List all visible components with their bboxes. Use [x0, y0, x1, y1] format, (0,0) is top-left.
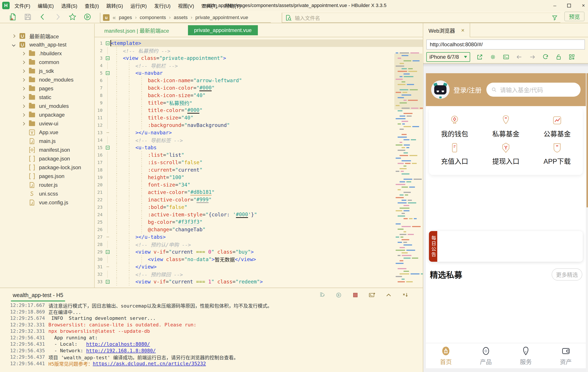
- tree-item-manifest-json[interactable]: manifest.json: [0, 146, 94, 154]
- daily-notice-card[interactable]: 每日公告: [429, 231, 583, 262]
- code-line[interactable]: 2<!-- 私募预约 -->: [95, 47, 423, 54]
- code-line[interactable]: 32<!-- 预约赎回 -->: [95, 271, 423, 278]
- code-area[interactable]: 1<template>2<!-- 私募预约 -->3<view class="p…: [95, 37, 423, 287]
- code-line[interactable]: 12:background="navBackground": [95, 121, 423, 129]
- fold-collapse-icon[interactable]: [105, 248, 110, 256]
- tree-item-app-vue[interactable]: App.vue: [0, 128, 94, 137]
- maximize-button[interactable]: [567, 4, 571, 7]
- menu-item[interactable]: 选择(S): [61, 2, 77, 9]
- fold-collapse-icon[interactable]: [105, 278, 110, 285]
- code-line[interactable]: 29<view v-if="current === 0" class="buy"…: [95, 248, 423, 256]
- quick-entry-fund-chart[interactable]: 公募基金: [532, 114, 583, 138]
- tree-item--ace[interactable]: 最新前端ace: [0, 32, 94, 40]
- code-line[interactable]: 14<!-- 导航标签 -->: [95, 136, 423, 144]
- stop-icon[interactable]: [352, 292, 359, 299]
- breadcrumb-item[interactable]: components: [140, 15, 166, 20]
- tree-item--hbuilderx[interactable]: .hbuilderx: [0, 49, 94, 58]
- phone-tab-product[interactable]: 产品: [466, 343, 506, 368]
- code-line[interactable]: 16:list="list": [95, 151, 423, 159]
- code-line[interactable]: 25bg-color="#f3f3f3": [95, 218, 423, 226]
- device-select[interactable]: iPhone 6/7/8: [426, 52, 470, 62]
- code-line[interactable]: 7back-icon-color="#000": [95, 84, 423, 92]
- refresh-icon[interactable]: [542, 54, 549, 61]
- code-line[interactable]: 9title="私募预约": [95, 99, 423, 107]
- editor-tab-active[interactable]: private_appointment.vue: [188, 25, 258, 35]
- open-in-browser-icon[interactable]: [476, 54, 483, 61]
- breadcrumb-collapse-icon[interactable]: «: [113, 14, 116, 21]
- browser-tab[interactable]: Web浏览器 ×: [423, 23, 470, 37]
- code-line[interactable]: 17:is-scroll="false": [95, 159, 423, 166]
- tree-item-router-js[interactable]: router.js: [0, 181, 94, 189]
- menu-item[interactable]: 发行(U): [154, 2, 171, 9]
- forward-button[interactable]: [53, 13, 62, 21]
- menu-item[interactable]: 文件(F): [14, 2, 30, 9]
- quick-entry-app-download[interactable]: APP下载: [532, 142, 583, 166]
- forward-icon[interactable]: [529, 54, 536, 61]
- back-button[interactable]: [39, 13, 47, 21]
- log-link[interactable]: http://192.168.1.8:8080/: [86, 348, 156, 353]
- code-line[interactable]: 5<u-navbar: [95, 69, 423, 77]
- code-line[interactable]: 21active-color="#d8b181": [95, 188, 423, 196]
- code-line[interactable]: 31</view>: [95, 263, 423, 271]
- tree-item-unpackage[interactable]: unpackage: [0, 110, 94, 119]
- fold-collapse-icon[interactable]: [105, 54, 110, 62]
- code-line[interactable]: 8back-icon-size="40": [95, 92, 423, 99]
- tree-item-uni-modules[interactable]: uni_modules: [0, 102, 94, 110]
- minimap[interactable]: [394, 52, 422, 287]
- breadcrumb-item[interactable]: private_appointment.vue: [195, 15, 248, 20]
- code-line[interactable]: 4<!-- 导航栏 -->: [95, 62, 423, 69]
- log-link[interactable]: https://ask.dcloud.net.cn/article/35232: [93, 361, 206, 366]
- preview-button[interactable]: 预览: [564, 12, 585, 21]
- qrcode-icon[interactable]: [568, 54, 575, 61]
- tree-item-common[interactable]: common: [0, 58, 94, 67]
- tree-item-wealth-app-test[interactable]: wealth_app-test: [0, 40, 94, 49]
- avatar[interactable]: [431, 80, 450, 99]
- save-button[interactable]: [24, 13, 32, 21]
- minimize-button[interactable]: –: [553, 2, 556, 9]
- code-line[interactable]: 22inactive-color="#999": [95, 196, 423, 203]
- settings-icon[interactable]: [489, 54, 496, 61]
- quick-entry-withdraw[interactable]: 提现入口: [480, 142, 532, 166]
- tree-item-uni-scss[interactable]: uni.scss: [0, 189, 94, 198]
- restart-icon[interactable]: [335, 292, 342, 299]
- fund-search-input[interactable]: 请输入基金/代码: [486, 83, 580, 97]
- code-line[interactable]: 26@change="changeTab": [95, 226, 423, 233]
- code-line[interactable]: 30<view class="no-data">暂无数据</view>: [95, 256, 423, 263]
- fold-collapse-icon[interactable]: [105, 144, 110, 151]
- menu-item[interactable]: 运行(R): [130, 2, 147, 9]
- code-line[interactable]: 33<view v-if="current === 1" class="rede…: [95, 278, 423, 285]
- login-register-link[interactable]: 登录/注册: [453, 85, 482, 95]
- code-line[interactable]: 28<!-- 预约认/申购 -->: [95, 241, 423, 248]
- tree-item-pages-json[interactable]: pages.json: [0, 172, 94, 181]
- code-line[interactable]: 23:bold="false": [95, 203, 423, 211]
- url-input[interactable]: http://localhost:8080/#/: [426, 39, 585, 50]
- phone-tab-home[interactable]: 首页: [426, 343, 466, 368]
- editor-tab-inactive[interactable]: manifest.json | 最新前端ace: [104, 27, 169, 34]
- code-line[interactable]: 13></u-navbar>: [95, 129, 423, 136]
- tree-item-pages[interactable]: pages: [0, 84, 94, 93]
- run-button[interactable]: [83, 13, 92, 21]
- code-line[interactable]: 15<u-tabs: [95, 144, 423, 151]
- quick-entry-recharge[interactable]: 充值入口: [429, 142, 480, 166]
- menu-item[interactable]: 跳转(G): [106, 2, 123, 9]
- phone-tab-service[interactable]: 服务: [506, 343, 546, 368]
- back-icon[interactable]: [516, 54, 523, 61]
- quick-entry-wallet[interactable]: 我的钱包: [429, 114, 480, 138]
- code-line[interactable]: 10title-color="#000": [95, 107, 423, 114]
- fold-collapse-icon[interactable]: [105, 69, 110, 77]
- phone-tab-assets[interactable]: 资产: [546, 343, 586, 368]
- tree-item-uview-ui[interactable]: uview-ui: [0, 119, 94, 128]
- breadcrumb-item[interactable]: pages: [119, 15, 132, 20]
- file-search-input[interactable]: 输入文件名: [282, 13, 560, 23]
- code-line[interactable]: 1<template>: [95, 39, 423, 47]
- tree-item-js-sdk[interactable]: js_sdk: [0, 67, 94, 76]
- log-link[interactable]: http://localhost:8080/: [86, 341, 150, 347]
- code-line[interactable]: 11title-size="40": [95, 114, 423, 121]
- menu-item[interactable]: 查找(I): [85, 2, 99, 9]
- log-refresh-icon[interactable]: [318, 292, 326, 299]
- terminal-icon[interactable]: [503, 54, 510, 61]
- tree-item-node-modules[interactable]: node_modules: [0, 76, 94, 84]
- tree-item-package-json[interactable]: package.json: [0, 154, 94, 163]
- quick-entry-fund-shield[interactable]: 私募基金: [480, 114, 532, 138]
- browser-tab-close-icon[interactable]: ×: [461, 27, 464, 34]
